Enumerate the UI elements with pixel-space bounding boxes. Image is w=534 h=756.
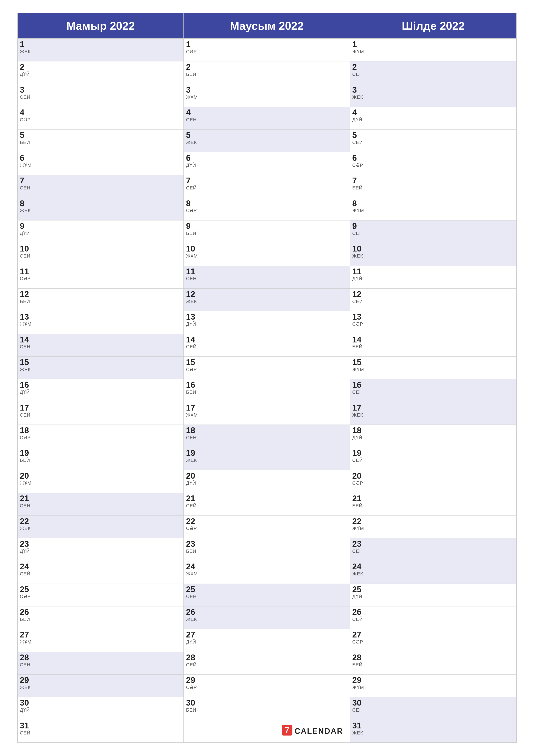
day-row: 16ДҮЙ [18, 379, 184, 402]
day-cell: 25ДҮЙ [350, 584, 516, 600]
day-cell: 24ЖҰМ [184, 561, 350, 577]
day-abbreviation: ДҮЙ [20, 231, 181, 236]
day-abbreviation: СӘР [352, 639, 514, 645]
day-number: 23 [186, 540, 347, 549]
day-row: 6СӘР [350, 152, 516, 175]
day-cell: 20ДҮЙ [184, 470, 350, 487]
day-number: 25 [352, 585, 514, 594]
day-abbreviation: СӘР [352, 322, 514, 327]
day-row: 2ДҮЙ [18, 62, 184, 84]
day-row: 27ДҮЙ [184, 629, 350, 652]
day-number: 28 [352, 653, 514, 662]
day-number: 29 [20, 676, 181, 685]
day-row: 7СЕН [18, 175, 184, 198]
day-cell: 8ЖҰМ [350, 198, 516, 214]
day-abbreviation: ЖЕК [186, 458, 347, 463]
day-abbreviation: БЕЙ [352, 662, 514, 667]
day-row: 8СӘР [184, 198, 350, 221]
day-number: 15 [352, 358, 514, 367]
day-row: 16СЕН [350, 379, 516, 402]
month-header-0: Мамыр 2022 [18, 14, 184, 39]
day-cell: 12БЕЙ [18, 288, 184, 305]
day-cell: 16БЕЙ [184, 379, 350, 396]
day-number: 2 [20, 63, 181, 72]
day-row: 9БЕЙ [184, 221, 350, 243]
day-cell: 22ЖЕК [18, 516, 184, 532]
day-abbreviation: СЕН [186, 435, 347, 440]
day-number: 5 [352, 131, 514, 140]
day-cell: 29СӘР [184, 675, 350, 691]
day-number: 12 [20, 290, 181, 299]
day-cell: 10СЕЙ [18, 243, 184, 259]
day-abbreviation: СЕЙ [20, 254, 181, 258]
day-row: 11СӘР [18, 266, 184, 288]
day-row: 14СЕН [18, 334, 184, 357]
day-abbreviation: ДҮЙ [186, 322, 347, 327]
day-row: 29ЖҰМ [350, 675, 516, 697]
day-row: 31СЕЙ [18, 720, 184, 742]
day-number: 12 [352, 290, 514, 299]
day-cell: 26ЖЕК [184, 607, 350, 623]
day-abbreviation: СЕН [20, 503, 181, 508]
day-cell: 8СӘР [184, 198, 350, 214]
day-number: 8 [186, 199, 347, 208]
day-row: 20СӘР [350, 470, 516, 493]
day-number: 15 [20, 358, 181, 367]
day-cell: 6ДҮЙ [184, 152, 350, 169]
day-cell: 22ЖҰМ [350, 516, 516, 532]
day-abbreviation: ДҮЙ [352, 594, 514, 599]
day-abbreviation: ЖҰМ [352, 208, 514, 213]
day-abbreviation: СЕН [352, 549, 514, 554]
day-cell: 20СӘР [350, 470, 516, 487]
day-cell: 15ЖҰМ [350, 357, 516, 373]
day-number: 12 [186, 290, 347, 299]
day-row: 4СЕН [184, 107, 350, 129]
day-abbreviation: ЖҰМ [352, 685, 514, 690]
day-row: 12ЖЕК [184, 288, 350, 311]
day-abbreviation: БЕЙ [186, 390, 347, 395]
day-row: 9СЕН [350, 221, 516, 243]
calendar-grid: Мамыр 20221ЖЕК2ДҮЙ3СЕЙ4СӘР5БЕЙ6ЖҰМ7СЕН8Ж… [17, 13, 517, 743]
day-abbreviation: ЖЕК [20, 685, 181, 690]
day-abbreviation: СЕН [352, 708, 514, 713]
day-abbreviation: БЕЙ [20, 140, 181, 145]
day-row: 19БЕЙ [18, 447, 184, 470]
day-row: 15ЖЕК [18, 357, 184, 379]
day-abbreviation: ДҮЙ [352, 117, 514, 122]
day-cell: 25СӘР [18, 584, 184, 600]
day-number: 26 [186, 608, 347, 617]
day-row: 19ЖЕК [184, 447, 350, 470]
day-row: 22ЖҰМ [350, 516, 516, 538]
day-abbreviation: ЖЕК [352, 571, 514, 577]
day-cell: 19СЕЙ [350, 447, 516, 464]
day-row: 14БЕЙ [350, 334, 516, 357]
day-cell: 7СЕН [18, 175, 184, 191]
day-abbreviation: БЕЙ [186, 549, 347, 554]
day-abbreviation: ЖҰМ [20, 322, 181, 327]
day-row: 15СӘР [184, 357, 350, 379]
day-number: 31 [352, 721, 514, 730]
day-abbreviation: ДҮЙ [186, 481, 347, 486]
day-row: 23ДҮЙ [18, 538, 184, 561]
day-number: 22 [352, 517, 514, 526]
day-row: 24ЖЕК [350, 561, 516, 583]
day-cell: 8ЖЕК [18, 198, 184, 214]
day-row: 7CALENDAR [184, 720, 350, 742]
day-cell: 27ЖҰМ [18, 629, 184, 645]
day-number: 3 [352, 86, 514, 94]
day-row: 22СӘР [184, 516, 350, 538]
day-number: 3 [186, 86, 347, 94]
day-number: 25 [186, 585, 347, 594]
day-cell: 26СЕЙ [350, 607, 516, 623]
day-number: 3 [20, 86, 181, 94]
day-cell: 3ЖҰМ [184, 84, 350, 101]
day-abbreviation: БЕЙ [352, 185, 514, 191]
day-row: 21СЕН [18, 493, 184, 516]
day-number: 26 [352, 608, 514, 617]
day-number: 26 [20, 608, 181, 617]
day-abbreviation: ДҮЙ [186, 639, 347, 645]
day-cell: 28СЕН [18, 652, 184, 668]
day-cell: 28СЕЙ [184, 652, 350, 668]
day-number: 20 [186, 472, 347, 481]
day-abbreviation: БЕЙ [352, 503, 514, 508]
